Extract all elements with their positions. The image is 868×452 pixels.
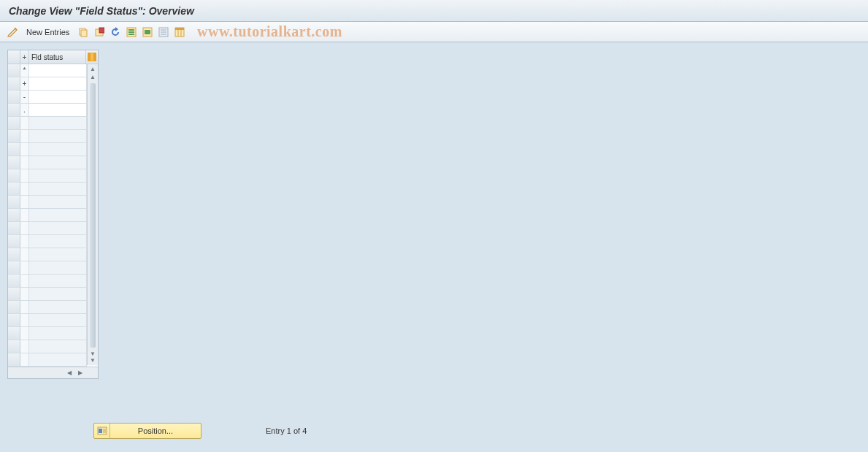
svg-rect-22: [99, 429, 102, 433]
fld-status-cell[interactable]: [29, 64, 87, 77]
fld-status-cell: [29, 169, 87, 182]
row-marker: [20, 340, 29, 353]
row-marker: [20, 301, 29, 313]
table-container: + Fld status *+-. ▲ ▲ ▼ ▼ ◀ ▶: [7, 50, 99, 379]
select-block-icon[interactable]: [141, 26, 154, 39]
table-row: [8, 248, 87, 261]
select-all-icon[interactable]: [125, 26, 138, 39]
row-marker: [20, 196, 29, 208]
row-selector[interactable]: [8, 77, 20, 90]
scroll-down-icon[interactable]: ▼: [88, 356, 98, 365]
scroll-thumb[interactable]: [90, 83, 96, 348]
row-marker: [20, 327, 29, 340]
fld-status-cell[interactable]: [29, 104, 87, 116]
scroll-right-icon[interactable]: ▶: [75, 368, 85, 378]
svg-rect-6: [128, 31, 134, 33]
row-marker: [20, 261, 29, 274]
fld-status-cell: [29, 340, 87, 353]
undo-icon[interactable]: [109, 26, 122, 39]
entry-status: Entry 1 of 4: [266, 426, 307, 435]
footer-row: Position... Entry 1 of 4: [0, 423, 868, 439]
svg-rect-3: [99, 28, 104, 33]
header-selector[interactable]: [8, 50, 20, 64]
fld-status-input[interactable]: [31, 104, 86, 116]
row-selector[interactable]: [8, 104, 20, 116]
row-selector[interactable]: [8, 235, 20, 248]
table-grid: + Fld status *+-.: [8, 50, 98, 367]
row-marker: [20, 183, 29, 195]
table-row: -: [8, 91, 87, 104]
row-selector[interactable]: [8, 301, 20, 313]
fld-status-cell: [29, 235, 87, 248]
header-fld-status[interactable]: Fld status: [29, 50, 86, 64]
table-row: [8, 169, 87, 183]
page-title: Change View "Field Status": Overview: [9, 5, 194, 17]
fld-status-input[interactable]: [31, 91, 86, 103]
row-marker: *: [20, 64, 29, 77]
svg-rect-5: [128, 29, 134, 31]
fld-status-input[interactable]: [31, 64, 86, 77]
fld-status-cell[interactable]: [29, 77, 87, 90]
svg-rect-1: [81, 30, 87, 37]
row-selector[interactable]: [8, 222, 20, 234]
vertical-scrollbar[interactable]: ▲ ▲ ▼ ▼: [87, 64, 98, 365]
row-marker: [20, 209, 29, 221]
table-header-row: + Fld status: [8, 50, 98, 64]
fld-status-cell[interactable]: [29, 91, 87, 103]
fld-status-cell: [29, 314, 87, 326]
fld-status-cell: [29, 196, 87, 208]
row-selector[interactable]: [8, 183, 20, 195]
row-selector[interactable]: [8, 156, 20, 169]
fld-status-cell: [29, 183, 87, 195]
fld-status-cell: [29, 156, 87, 169]
header-config-icon[interactable]: [86, 50, 98, 64]
table-config-icon[interactable]: [173, 26, 186, 39]
row-selector[interactable]: [8, 196, 20, 208]
table-row: [8, 301, 87, 314]
row-selector[interactable]: [8, 353, 20, 366]
deselect-all-icon[interactable]: [157, 26, 170, 39]
row-selector[interactable]: [8, 327, 20, 340]
row-selector[interactable]: [8, 64, 20, 77]
row-selector[interactable]: [8, 130, 20, 142]
table-row: [8, 275, 87, 288]
fld-status-cell: [29, 117, 87, 129]
row-selector[interactable]: [8, 143, 20, 156]
scroll-left-icon[interactable]: ◀: [64, 368, 74, 378]
row-marker: [20, 143, 29, 156]
fld-status-input[interactable]: [31, 77, 86, 90]
table-row: [8, 340, 87, 353]
row-selector[interactable]: [8, 209, 20, 221]
new-entries-button[interactable]: New Entries: [22, 26, 74, 38]
display-change-icon[interactable]: [6, 26, 19, 39]
copy-icon[interactable]: [77, 26, 90, 39]
row-selector[interactable]: [8, 314, 20, 326]
row-marker: [20, 288, 29, 300]
position-button[interactable]: Position...: [93, 423, 201, 439]
row-selector[interactable]: [8, 288, 20, 300]
row-selector[interactable]: [8, 340, 20, 353]
fld-status-cell: [29, 209, 87, 221]
delete-icon[interactable]: [93, 26, 106, 39]
row-marker: [20, 156, 29, 169]
header-plus[interactable]: +: [20, 50, 29, 64]
row-selector[interactable]: [8, 261, 20, 274]
row-marker: [20, 169, 29, 182]
row-selector[interactable]: [8, 275, 20, 287]
horizontal-scrollbar[interactable]: ◀ ▶: [8, 367, 98, 378]
row-marker: [20, 235, 29, 248]
table-body: *+-.: [8, 64, 87, 367]
fld-status-cell: [29, 222, 87, 234]
table-row: [8, 353, 87, 367]
row-selector[interactable]: [8, 248, 20, 261]
row-marker: -: [20, 91, 29, 103]
scroll-up-icon-2[interactable]: ▲: [88, 72, 98, 82]
svg-rect-20: [93, 53, 96, 61]
row-selector[interactable]: [8, 169, 20, 182]
table-row: .: [8, 104, 87, 117]
svg-rect-9: [145, 30, 150, 34]
position-icon: [94, 424, 110, 438]
row-selector[interactable]: [8, 117, 20, 129]
row-marker: [20, 353, 29, 366]
row-selector[interactable]: [8, 91, 20, 103]
